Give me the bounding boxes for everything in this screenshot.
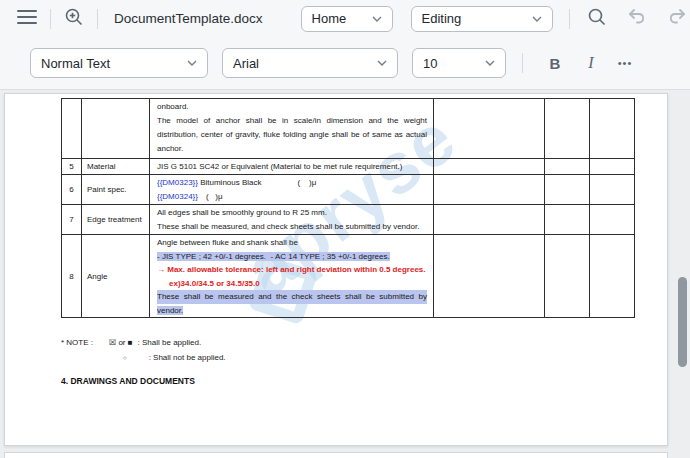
empty-cell [434,99,545,159]
font-size-select[interactable]: 10 [412,48,506,78]
table-row: 7 Edge treatment All edges shall be smoo… [62,205,635,235]
merge-tag: {{DM0323}} [157,178,198,187]
row-number-cell: 8 [62,235,82,318]
font-family-select[interactable]: Arial [222,48,398,78]
desc-line: All edges shall be smoothly ground to R … [157,206,427,220]
row-number-cell: 7 [62,205,82,235]
empty-cell [545,99,590,159]
empty-cell [590,205,635,235]
search-button[interactable] [584,6,610,32]
chevron-down-icon [485,60,495,66]
undo-icon [627,8,647,29]
chevron-down-icon [532,16,542,22]
topbar: DocumentTemplate.docx Home Editing [0,0,690,37]
next-page-edge [4,452,668,458]
redo-icon [667,8,687,29]
font-size-value: 10 [423,56,437,71]
note-line: * NOTE :☒ or ■: Shall be applied. [61,335,226,350]
row-desc-cell: onboard. The model of anchor shall be in… [150,99,434,159]
paragraph-style-value: Normal Text [41,56,110,71]
empty-cell [434,175,545,205]
desc-line-warning: → Max. allowable tolerance: left and rig… [157,263,427,277]
row-label-cell: Paint spec. [82,175,150,205]
divider [569,9,570,29]
circle-symbol: ○ [123,355,127,361]
divider [97,9,98,29]
mode-select[interactable]: Editing [411,6,553,32]
desc-text: Bituminous Black [198,178,262,187]
blank-field: ( )μ [206,192,223,201]
table-row: onboard. The model of anchor shall be in… [62,99,635,159]
spec-table: onboard. The model of anchor shall be in… [61,98,635,318]
italic-button[interactable]: I [577,49,605,77]
paragraph-style-select[interactable]: Normal Text [30,48,208,78]
note-line: ○: Shall not be applied. [61,350,226,366]
row-number-cell [62,99,82,159]
format-toolbar: Normal Text Arial 10 B I ••• [0,37,690,90]
desc-line-warning: ex)34.0/34.5 or 34.5/35.0 [157,277,427,291]
empty-cell [434,205,545,235]
note-text: : Shall not be applied. [149,353,226,362]
empty-cell [545,235,590,318]
chevron-down-icon [187,60,197,66]
desc-line: Angle between fluke and shank shall be [157,236,427,250]
row-desc-cell: JIS G 5101 SC42 or Equivalent (Material … [150,159,434,175]
section-heading: 4. DRAWINGS AND DOCUMENTS [61,376,195,386]
chevron-down-icon [377,60,387,66]
table-row: 5 Material JIS G 5101 SC42 or Equivalent… [62,159,635,175]
desc-line: onboard. [157,100,427,114]
redo-button[interactable] [664,6,690,32]
more-options-button[interactable]: ••• [611,49,639,77]
document-title: DocumentTemplate.docx [114,11,263,26]
row-label-cell: Material [82,159,150,175]
row-desc-cell: All edges shall be smoothly ground to R … [150,205,434,235]
row-label-cell: Angle [82,235,150,318]
empty-cell [590,235,635,318]
row-label-cell [82,99,150,159]
merge-tag: {{DM0324}} [157,192,198,201]
ribbon-tab-value: Home [312,11,347,26]
document-area: apryse onboard. The model of anchor shal… [0,90,690,458]
desc-line: {{DM0324}}( )μ [157,190,427,204]
page[interactable]: apryse onboard. The model of anchor shal… [4,93,668,446]
row-desc-cell: {{DM0323}} Bituminous Black( )μ {{DM0324… [150,175,434,205]
desc-line-highlighted: vendor. [157,304,427,318]
table-row: 8 Angle Angle between fluke and shank sh… [62,235,635,318]
highlighted-text: - JIS TYPE ; 42 +0/-1 degrees. - AC 14 T… [157,252,390,261]
menu-button[interactable] [14,6,40,32]
desc-line: These shall be measured, and check sheet… [157,220,427,234]
chevron-down-icon [372,16,382,22]
desc-line-highlighted: - JIS TYPE ; 42 +0/-1 degrees. - AC 14 T… [157,250,427,264]
divider [522,53,523,73]
undo-button[interactable] [624,6,650,32]
note-text: : Shall be applied. [138,338,202,347]
table-row: 6 Paint spec. {{DM0323}} Bituminous Blac… [62,175,635,205]
mode-value: Editing [422,11,462,26]
empty-cell [434,159,545,175]
zoom-in-icon [64,7,84,30]
row-desc-cell: Angle between fluke and shank shall be -… [150,235,434,318]
empty-cell [545,159,590,175]
font-family-value: Arial [233,56,259,71]
search-icon [587,7,607,30]
empty-cell [545,175,590,205]
empty-cell [590,159,635,175]
empty-cell [434,235,545,318]
desc-line-highlighted: These shall be measured and the check sh… [157,290,427,304]
empty-cell [590,175,635,205]
note-label: * NOTE : [61,338,93,347]
divider [50,9,51,29]
row-number-cell: 6 [62,175,82,205]
blank-field: ( )μ [298,178,317,187]
highlighted-text: vendor. [157,306,183,315]
empty-cell [590,99,635,159]
scrollbar[interactable] [678,277,687,367]
zoom-button[interactable] [61,6,87,32]
note-block: * NOTE :☒ or ■: Shall be applied. ○: Sha… [61,335,226,366]
bold-button[interactable]: B [541,49,569,77]
desc-paragraph: The model of anchor shall be in scale/in… [157,114,427,156]
checked-box-symbol: ☒ or ■ [109,338,133,347]
ribbon-tab-select[interactable]: Home [301,6,393,32]
desc-line: {{DM0323}} Bituminous Black( )μ [157,176,427,190]
app-window: DocumentTemplate.docx Home Editing [0,0,690,458]
